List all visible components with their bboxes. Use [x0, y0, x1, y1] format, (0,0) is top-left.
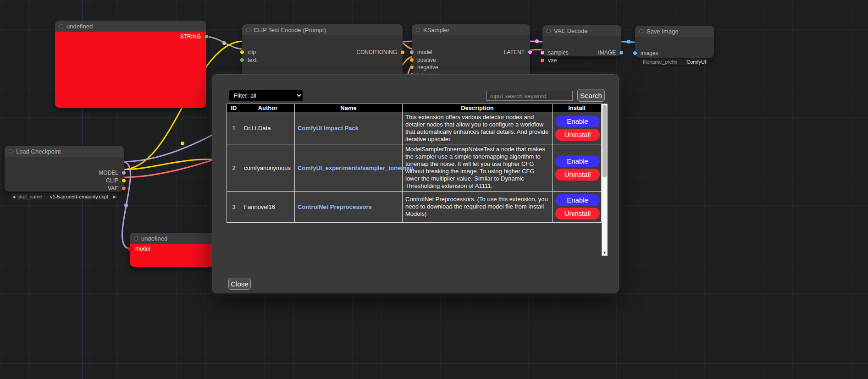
node-header[interactable]: VAE Decode [542, 25, 621, 36]
output-model[interactable]: MODEL [98, 169, 124, 176]
node-title: CLIP Text Encode (Prompt) [254, 27, 326, 33]
ckpt-name-widget[interactable]: ◀ ckpt_name v1-5-pruned-emaonly.ckpt ▶ [9, 193, 119, 200]
output-string[interactable]: STRING [179, 33, 206, 40]
cell-description: ModelSamplerTonemapNoiseTest a node that… [403, 144, 553, 191]
image-port-icon[interactable] [633, 51, 637, 55]
image-port-icon[interactable] [619, 50, 624, 55]
table-scrollbar[interactable]: ▼ [602, 104, 608, 256]
uninstall-button[interactable]: Uninstall [555, 129, 600, 141]
output-clip[interactable]: CLIP [105, 177, 124, 184]
node-header[interactable]: undefined [55, 21, 206, 32]
header-author: Author [241, 104, 295, 112]
conditioning-port-icon[interactable] [409, 58, 414, 62]
vae-port-icon[interactable] [122, 186, 126, 191]
table-row: 2 comfyanonymous ComfyUI_experiments/sam… [227, 144, 602, 191]
node-title: Save Image [647, 28, 678, 35]
node-title: undefined [141, 235, 167, 242]
cell-id: 2 [227, 144, 241, 191]
node-header[interactable]: KSampler [412, 24, 530, 35]
collapse-dot-icon[interactable] [416, 28, 420, 32]
header-name: Name [295, 104, 403, 112]
filter-select[interactable]: Filter: all [229, 90, 303, 101]
extension-link[interactable]: ComfyUI Impact Pack [298, 125, 359, 132]
extensions-table: ID Author Name Description Install 1 Dr.… [227, 104, 602, 223]
cell-description: ControlNet Preprocessors. (To use this e… [403, 191, 553, 222]
node-undefined-top[interactable]: undefined STRING [55, 21, 206, 108]
custom-nodes-manager-dialog: Filter: all Search ID Author Name Descri… [212, 74, 619, 293]
input-positive[interactable]: positive [412, 56, 437, 64]
wire-dot [124, 203, 128, 207]
enable-button[interactable]: Enable [555, 194, 600, 206]
vae-port-icon[interactable] [540, 58, 545, 63]
collapse-dot-icon[interactable] [59, 24, 63, 28]
latent-port-icon[interactable] [540, 50, 545, 55]
output-latent[interactable]: LATENT [503, 49, 530, 56]
input-model[interactable]: model [130, 245, 151, 253]
output-vae[interactable]: VAE [107, 185, 124, 192]
node-body: STRING [55, 32, 206, 108]
increment-arrow-icon[interactable]: ▶ [113, 195, 116, 199]
model-port-icon[interactable] [122, 170, 126, 175]
output-image[interactable]: IMAGE [597, 49, 621, 56]
input-negative[interactable]: negative [412, 64, 439, 71]
collapse-dot-icon[interactable] [9, 149, 13, 154]
filename-prefix-widget[interactable]: filename_prefix ComfyUI [640, 58, 709, 66]
model-port-icon[interactable] [409, 50, 414, 55]
table-row: 1 Dr.Lt.Data ComfyUI Impact Pack This ex… [227, 112, 602, 144]
cell-author: comfyanonymous [241, 144, 295, 191]
extensions-table-wrap: ID Author Name Description Install 1 Dr.… [227, 104, 608, 256]
scrollbar-thumb[interactable] [603, 105, 607, 177]
cell-author: Dr.Lt.Data [241, 112, 295, 144]
node-header[interactable]: Load Checkpoint [5, 146, 124, 157]
extension-link[interactable]: ComfyUI_experiments/sampler_tonemap [298, 165, 413, 171]
node-vae-decode[interactable]: VAE Decode samples vae IMAGE [542, 25, 621, 56]
clip-port-icon[interactable] [122, 178, 126, 183]
conditioning-port-icon[interactable] [409, 65, 414, 70]
decrement-arrow-icon[interactable]: ◀ [12, 195, 15, 199]
node-title: undefined [66, 23, 93, 30]
input-vae[interactable]: vae [542, 57, 558, 64]
clip-port-icon[interactable] [240, 50, 244, 55]
enable-button[interactable]: Enable [555, 155, 600, 167]
collapse-dot-icon[interactable] [134, 236, 138, 241]
collapse-dot-icon[interactable] [246, 28, 250, 32]
conditioning-port-icon[interactable] [400, 50, 405, 55]
table-row: 3 Fannovel16 ControlNet Preprocessors Co… [227, 191, 602, 222]
wire-dot [181, 142, 184, 145]
node-save-image[interactable]: Save Image images filename_prefix ComfyU… [635, 26, 714, 58]
node-title: Load Checkpoint [16, 148, 61, 155]
search-input[interactable] [487, 91, 573, 101]
input-samples[interactable]: samples [542, 49, 569, 56]
collapse-dot-icon[interactable] [547, 29, 551, 33]
collapse-dot-icon[interactable] [639, 29, 643, 33]
comfyui-canvas[interactable]: undefined STRING CLIP Text Encode (Promp… [0, 0, 868, 379]
node-header[interactable]: CLIP Text Encode (Prompt) [242, 24, 403, 35]
extension-link[interactable]: ControlNet Preprocessors [298, 203, 372, 210]
string-port-icon[interactable] [240, 58, 244, 62]
cell-description: This extension offers various detector n… [403, 112, 553, 144]
header-id: ID [227, 104, 241, 112]
scrollbar-down-arrow-icon[interactable]: ▼ [602, 251, 607, 255]
cell-author: Fannovel16 [241, 191, 295, 222]
string-port-icon[interactable] [204, 34, 209, 39]
node-header[interactable]: Save Image [635, 26, 714, 37]
input-clip[interactable]: clip [242, 49, 257, 56]
uninstall-button[interactable]: Uninstall [555, 208, 600, 220]
model-port-icon[interactable] [127, 247, 132, 251]
output-conditioning[interactable]: CONDITIONING [355, 49, 403, 56]
close-button[interactable]: Close [228, 278, 251, 290]
node-title: KSampler [423, 27, 449, 33]
node-load-checkpoint[interactable]: Load Checkpoint MODEL CLIP VAE ◀ ckpt_na… [5, 146, 124, 192]
header-description: Description [403, 104, 553, 112]
wire-dot [627, 40, 630, 44]
input-images[interactable]: images [635, 49, 659, 57]
node-title: VAE Decode [554, 27, 587, 34]
uninstall-button[interactable]: Uninstall [555, 169, 600, 181]
latent-port-icon[interactable] [528, 50, 532, 55]
search-button[interactable]: Search [577, 89, 605, 102]
input-text[interactable]: text [242, 56, 257, 64]
input-model[interactable]: model [412, 49, 433, 56]
table-header-row: ID Author Name Description Install [227, 104, 602, 112]
header-install: Install [553, 104, 602, 112]
enable-button[interactable]: Enable [555, 115, 600, 127]
